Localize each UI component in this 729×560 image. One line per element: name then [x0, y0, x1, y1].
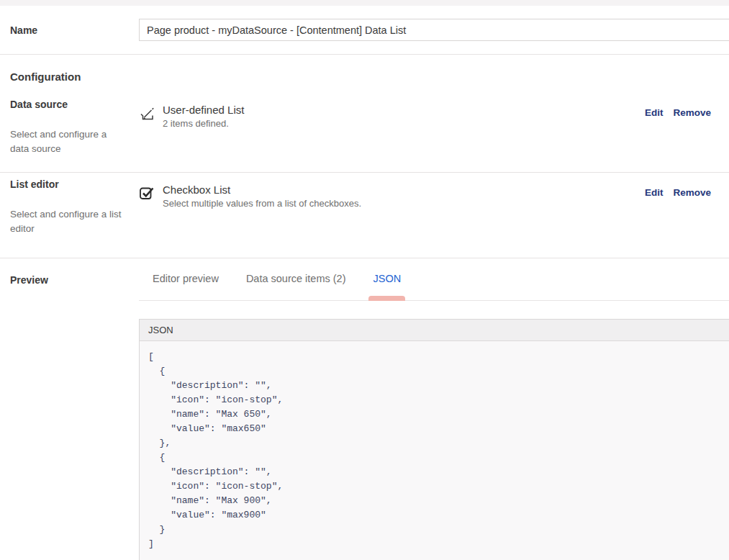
- data-source-title: User-defined List: [163, 103, 244, 117]
- configuration-section: Configuration Data source Select and con…: [0, 71, 729, 258]
- json-panel-header: JSON: [140, 320, 729, 341]
- tab-editor-preview[interactable]: Editor preview: [139, 270, 232, 300]
- pencil-list-icon: [139, 103, 155, 129]
- data-source-row: Data source Select and configure a data …: [0, 93, 729, 173]
- list-editor-subtitle: Select multiple values from a list of ch…: [163, 198, 361, 209]
- data-source-description: Select and configure a data source: [10, 127, 125, 156]
- name-row: Name: [0, 6, 729, 55]
- list-editor-description: Select and configure a list editor: [10, 207, 125, 236]
- preview-section: Preview Editor preview Data source items…: [0, 258, 729, 560]
- top-divider-bar: [0, 0, 729, 6]
- tab-data-source-items[interactable]: Data source items (2): [232, 270, 360, 300]
- list-editor-row: List editor Select and configure a list …: [0, 173, 729, 258]
- data-source-label: Data source: [10, 99, 139, 110]
- data-source-edit-button[interactable]: Edit: [645, 107, 664, 118]
- data-source-subtitle: 2 items defined.: [163, 118, 244, 129]
- preview-label: Preview: [10, 274, 48, 286]
- json-panel: JSON [ { "description": "", "icon": "ico…: [139, 319, 729, 560]
- json-code-block: [ { "description": "", "icon": "icon-sto…: [140, 341, 729, 560]
- list-editor-edit-button[interactable]: Edit: [645, 187, 664, 198]
- tab-json[interactable]: JSON: [359, 270, 415, 300]
- data-source-remove-button[interactable]: Remove: [673, 107, 711, 118]
- list-editor-label: List editor: [10, 179, 139, 190]
- checkbox-icon: [139, 183, 155, 209]
- preview-tab-bar: Editor preview Data source items (2) JSO…: [139, 270, 729, 301]
- name-label: Name: [10, 24, 37, 36]
- list-editor-title: Checkbox List: [163, 183, 361, 197]
- list-editor-remove-button[interactable]: Remove: [673, 187, 711, 198]
- name-input[interactable]: [139, 19, 729, 41]
- configuration-heading: Configuration: [10, 71, 729, 83]
